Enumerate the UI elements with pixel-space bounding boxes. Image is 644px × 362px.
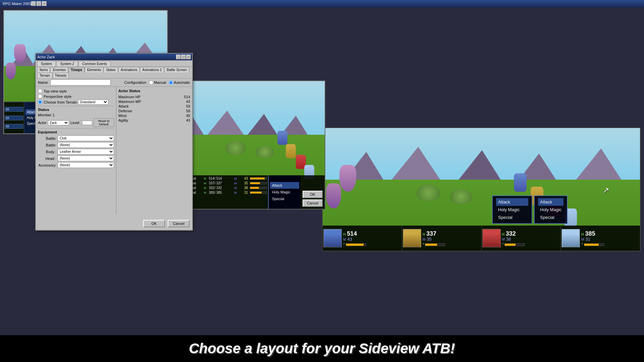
topview-input[interactable] — [38, 89, 42, 93]
mountain — [574, 148, 623, 182]
close-button[interactable]: × — [42, 1, 47, 6]
actor-status-label: Actor Status — [118, 89, 190, 93]
cancel-btn-2[interactable]: Cancel — [303, 199, 323, 207]
automatic-radio[interactable]: Automatic — [169, 80, 190, 85]
sub-tabs: Items Enemies Troops Elements States Ani… — [36, 67, 192, 78]
sub-special[interactable]: Special — [538, 214, 564, 221]
enemy-item[interactable]: Sli — [5, 124, 23, 129]
max-hp-row: Maximum HP 514 — [118, 95, 190, 99]
subtab-terrain[interactable]: Terrain — [37, 73, 52, 78]
status-label: Status — [38, 108, 114, 112]
slime-sprite — [256, 145, 274, 158]
action-holy-magic[interactable]: Holy Magic — [496, 206, 528, 214]
manual-radio[interactable]: Manual — [149, 80, 166, 85]
skill-attack-2[interactable]: Attack — [270, 182, 299, 189]
mp-row: M 38 — [502, 237, 525, 242]
level-input[interactable] — [80, 121, 92, 125]
skill-holy-magic-2[interactable]: Holy Magic — [270, 189, 299, 195]
actor-select[interactable]: Zack — [48, 120, 69, 125]
p2-mp: 35 — [239, 181, 248, 185]
t-label: T — [502, 242, 504, 246]
terrain-radio[interactable]: Choose from Terrain Grassland — [38, 100, 114, 105]
win-minimize[interactable]: _ — [176, 55, 181, 59]
hp-value: 337 — [426, 231, 436, 237]
mountain — [390, 147, 442, 182]
atb-bar-vance — [504, 243, 525, 246]
maximize-button[interactable]: □ — [37, 1, 41, 6]
portrait-vance — [483, 230, 500, 247]
win-maximize[interactable]: □ — [181, 55, 186, 59]
action-attack[interactable]: Attack — [496, 198, 528, 206]
equip-body-row: Body : Leather Armor — [38, 149, 114, 155]
p2-hp: 514/ 514 — [209, 177, 232, 180]
subtab-animations[interactable]: Animations — [118, 67, 140, 72]
ok-btn-2[interactable]: OK — [303, 191, 323, 198]
party-bottom-3: H 514 M 43 T H 337 — [323, 226, 640, 251]
subtab-elements[interactable]: Elements — [85, 67, 104, 72]
battle-weapon-select[interactable]: Club — [58, 135, 114, 141]
subtab-battle-screen[interactable]: Battle Screen — [164, 67, 189, 72]
action-special[interactable]: Special — [496, 214, 528, 221]
automatic-radio-input[interactable] — [169, 80, 173, 85]
rpgmaker-title: Actor Zack — [37, 55, 55, 59]
offhand-select[interactable]: (None) — [58, 142, 114, 148]
level-label: Level — [70, 121, 79, 125]
actor-row: Actor Zack Level Reset to Default — [38, 118, 114, 127]
skill-special-2[interactable]: Special — [270, 195, 299, 202]
cursor-arrow: ↗ — [603, 186, 609, 195]
cancel-button[interactable]: Cancel — [168, 220, 190, 227]
win-close[interactable]: × — [186, 55, 191, 59]
reset-button[interactable]: Reset to Default — [94, 118, 114, 127]
subtab-animations2[interactable]: Animations 2 — [140, 67, 164, 72]
mp-value: 38 — [506, 237, 511, 242]
body-label: Body : — [38, 150, 56, 154]
subtab-tilesets[interactable]: Tilesets — [53, 73, 69, 78]
enemy-item[interactable]: Sli — [5, 116, 23, 120]
name-row: Name Configuration Manual Automatic — [36, 78, 192, 87]
mountain — [205, 111, 246, 137]
sub-holy-magic[interactable]: Holy Magic — [538, 206, 564, 214]
char-portrait-vance — [482, 229, 501, 247]
enemy-item[interactable]: Sli — [5, 107, 23, 112]
equipment-section: Equipment Battle: Club Battle: (None) Bo… — [38, 128, 114, 168]
p2-mp: 38 — [239, 186, 248, 190]
ok-button[interactable]: OK — [143, 220, 165, 227]
body-select[interactable]: Leather Armor — [58, 149, 114, 155]
subtab-enemies[interactable]: Enemies — [50, 67, 68, 72]
topview-radio[interactable]: Top-view style — [38, 89, 114, 93]
defense-label: Defense — [118, 109, 132, 113]
top-tabs: System System 2 Common Events — [36, 60, 192, 67]
tab-system2[interactable]: System 2 — [56, 61, 78, 66]
manual-radio-input[interactable] — [149, 80, 153, 85]
tab-system[interactable]: System — [37, 61, 56, 66]
name-input[interactable] — [50, 79, 111, 85]
subtab-items[interactable]: Items — [37, 67, 50, 72]
name-label: Name — [38, 80, 48, 84]
status-section: Status Member 1 Actor Zack Level Reset t… — [38, 106, 114, 127]
perspective-radio[interactable]: Perspective style — [38, 94, 114, 99]
mp-value: 43 — [347, 237, 352, 242]
accessory-select[interactable]: (None) — [58, 162, 114, 168]
caption-text: Choose a layout for your Sideview ATB! — [189, 341, 455, 357]
terrain-select[interactable]: Grassland — [78, 100, 108, 105]
minimize-button[interactable]: _ — [31, 1, 36, 6]
caption-bar: Choose a layout for your Sideview ATB! — [0, 335, 644, 362]
atb-fill — [346, 244, 364, 246]
left-panel: Top-view style Perspective style Choose … — [36, 87, 116, 215]
char-panel-zack: H 514 M 43 T — [323, 226, 402, 251]
perspective-input[interactable] — [38, 94, 42, 99]
sub-attack[interactable]: Attack — [538, 198, 564, 206]
t-label: T — [423, 242, 425, 246]
battle-offhand-label: Battle: — [38, 143, 56, 147]
h-label: H — [502, 233, 504, 236]
attack-value: 59 — [186, 104, 190, 108]
head-select[interactable]: (None) — [58, 156, 114, 161]
hp-value: 514 — [347, 231, 357, 237]
subtab-troops[interactable]: Troops — [68, 67, 84, 72]
mp-row: M 35 — [423, 237, 445, 242]
p2-mp: 43 — [239, 177, 248, 180]
tab-common-events[interactable]: Common Events — [78, 61, 111, 66]
subtab-states[interactable]: States — [104, 67, 118, 72]
actor-label: Actor — [38, 121, 47, 125]
terrain-input[interactable] — [38, 100, 42, 104]
